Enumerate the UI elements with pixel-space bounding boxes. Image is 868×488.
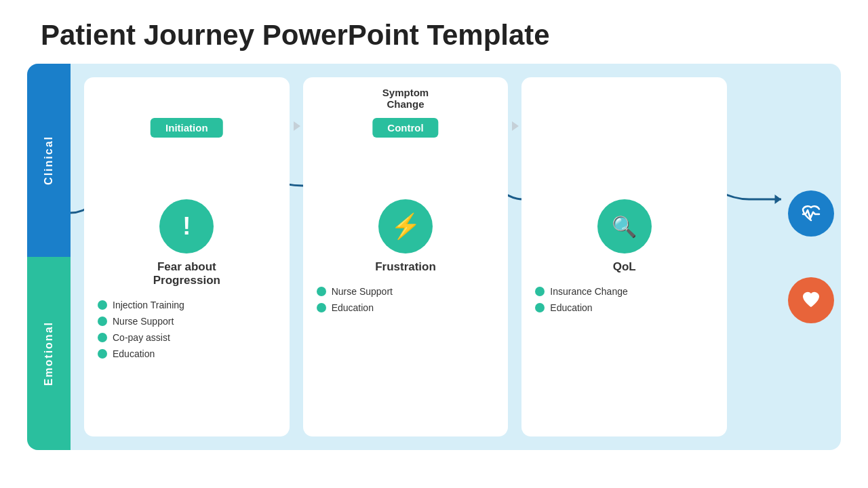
bullet-dot xyxy=(317,303,326,312)
search-icon: 🔍 xyxy=(612,215,637,239)
right-icons xyxy=(781,64,841,450)
frustration-icon-circle: ⚡ xyxy=(378,199,433,253)
card1-bullets: Injection Training Nurse Support Co-pay … xyxy=(95,300,279,365)
bullet-item: Co-pay assist xyxy=(98,332,276,343)
heart-icon xyxy=(799,288,823,312)
bullet-item: Insurance Change xyxy=(535,286,713,297)
emotional-section: Emotional xyxy=(27,257,71,450)
clinical-icon-circle xyxy=(788,190,834,237)
emotional-icon-circle xyxy=(788,277,834,323)
frustration-label: Frustration xyxy=(375,260,436,274)
cards-row: Initiation ! Fear aboutProgression Injec… xyxy=(84,77,727,436)
fear-icon-circle: ! xyxy=(159,199,214,253)
fear-label: Fear aboutProgression xyxy=(153,260,220,287)
sidebar: Clinical Emotional xyxy=(27,64,71,450)
bullet-item: Education xyxy=(535,302,713,313)
content-area: Initiation ! Fear aboutProgression Injec… xyxy=(71,64,781,450)
bullet-dot xyxy=(98,333,107,342)
card3-bullets: Insurance Change Education xyxy=(532,286,716,319)
bullet-dot xyxy=(535,287,545,296)
heartbeat-icon xyxy=(799,201,823,226)
control-badge: Control xyxy=(372,118,438,138)
bullet-dot xyxy=(98,300,107,310)
bullet-dot xyxy=(317,287,326,296)
bullet-item: Injection Training xyxy=(98,300,276,310)
bullet-item: Nurse Support xyxy=(317,286,495,297)
symptom-change-label: SymptomChange xyxy=(382,87,429,110)
page-title: Patient Journey PowerPoint Template xyxy=(0,0,868,64)
clinical-label: Clinical xyxy=(43,136,55,185)
bullet-item: Nurse Support xyxy=(98,316,276,327)
bullet-item: Education xyxy=(317,302,495,313)
main-container: Clinical Emotional Initiation xyxy=(27,64,841,450)
clinical-section: Clinical xyxy=(27,64,71,257)
emotional-label: Emotional xyxy=(43,321,55,386)
qol-icon-circle: 🔍 xyxy=(597,199,652,253)
initiation-badge: Initiation xyxy=(151,118,223,138)
bullet-dot xyxy=(98,317,107,326)
card-2: SymptomChange Control ⚡ Frustration Nurs… xyxy=(303,77,509,436)
card-3: 🔍 QoL Insurance Change Education xyxy=(521,77,727,436)
qol-label: QoL xyxy=(613,260,636,274)
card2-bullets: Nurse Support Education xyxy=(314,286,498,319)
bullet-item: Education xyxy=(98,348,276,359)
bullet-dot xyxy=(98,349,107,359)
lightning-icon: ⚡ xyxy=(391,212,421,241)
card-1: Initiation ! Fear aboutProgression Injec… xyxy=(84,77,290,436)
svg-marker-0 xyxy=(774,195,781,204)
exclamation-icon: ! xyxy=(182,212,191,241)
arrow-1 xyxy=(294,121,300,131)
arrow-2 xyxy=(512,121,519,131)
bullet-dot xyxy=(535,303,545,312)
